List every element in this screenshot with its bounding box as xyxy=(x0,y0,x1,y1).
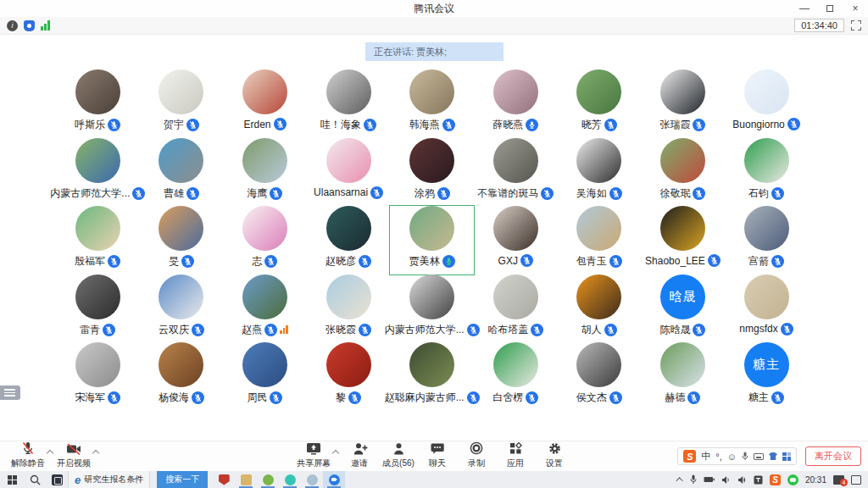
participant-tile[interactable]: 包青玉 xyxy=(558,206,642,274)
participant-tile[interactable]: 雷青 xyxy=(56,274,140,343)
meeting-security-icon[interactable] xyxy=(24,20,35,31)
taskbar-search-button[interactable] xyxy=(24,471,46,488)
start-button[interactable] xyxy=(0,471,24,488)
tray-green-app-icon[interactable] xyxy=(787,474,798,485)
participant-tile[interactable]: 殷福军 xyxy=(56,206,140,274)
participant-tile[interactable]: 张晓霞 xyxy=(307,274,391,343)
participant-tile[interactable]: 内蒙古师范大学... xyxy=(56,138,140,207)
participant-tile[interactable]: Buongiorno xyxy=(725,69,809,138)
participant-tile[interactable]: 晓芳 xyxy=(558,69,642,138)
unmute-button[interactable]: 解除静音 xyxy=(8,444,47,469)
participant-name: 涂鸦 xyxy=(415,186,435,201)
taskbar-app-gray[interactable] xyxy=(301,471,323,488)
participant-tile[interactable]: 赵燕 xyxy=(223,274,307,343)
settings-button[interactable]: 设置 xyxy=(535,444,574,469)
participant-tile[interactable]: 赵聪麻内蒙古师... xyxy=(390,342,474,411)
tray-sogou-icon[interactable]: S xyxy=(770,474,781,485)
taskbar-clock[interactable]: 20:31 xyxy=(805,475,826,485)
participant-tile[interactable]: 杨俊海 xyxy=(140,342,224,411)
participant-tile[interactable]: 涂鸦 xyxy=(390,138,474,207)
leave-meeting-button[interactable]: 离开会议 xyxy=(805,446,861,466)
taskbar-app-folder[interactable] xyxy=(235,471,257,488)
sogou-ime-bar[interactable]: S 中 °, ☺ xyxy=(677,447,797,465)
participant-tile[interactable]: 海鹰 xyxy=(223,138,307,207)
participant-tile[interactable]: 呼斯乐 xyxy=(56,69,140,138)
tray-audio-device-icon[interactable] xyxy=(721,475,731,485)
record-button[interactable]: 录制 xyxy=(457,444,496,469)
chat-button[interactable]: 聊天 xyxy=(418,444,457,469)
fullscreen-icon[interactable] xyxy=(851,20,861,30)
participant-tile[interactable]: Shaobo_LEE xyxy=(641,206,725,274)
participant-tile[interactable]: 旻 xyxy=(140,206,224,274)
taskbar-app-teal[interactable] xyxy=(279,471,301,488)
video-options-chevron[interactable] xyxy=(92,450,99,457)
participant-tile[interactable]: 黎 xyxy=(307,342,391,411)
participant-tile[interactable]: 不靠谱的斑马 xyxy=(474,138,558,207)
participant-avatar xyxy=(576,274,621,319)
tray-volume-icon[interactable] xyxy=(737,475,747,485)
participant-tile[interactable]: 周民 xyxy=(223,342,307,411)
participant-tile[interactable]: 宋海军 xyxy=(56,342,140,411)
participant-avatar xyxy=(493,342,538,387)
participant-tile[interactable]: 侯文杰 xyxy=(558,342,642,411)
network-quality-icon[interactable] xyxy=(41,20,50,30)
participant-tile[interactable]: 张瑞霞 xyxy=(641,69,725,138)
maximize-button[interactable] xyxy=(817,0,843,17)
search-now-button[interactable]: 搜索一下 xyxy=(157,471,208,488)
participant-tile[interactable]: 糖主 糖主 xyxy=(725,342,809,411)
taskbar-app-meeting[interactable] xyxy=(323,471,345,488)
participant-tile[interactable]: 胡人 xyxy=(558,274,642,343)
participant-tile[interactable]: 贾美林 xyxy=(390,206,474,274)
participant-tile[interactable]: GXJ xyxy=(474,206,558,274)
participant-tile[interactable]: 内蒙古师范大学... xyxy=(390,274,474,343)
ime-punctuation-icon[interactable]: °, xyxy=(715,452,721,462)
notifications-icon[interactable]: 4 xyxy=(833,475,844,485)
sogou-logo-icon[interactable]: S xyxy=(683,450,696,463)
participant-tile[interactable]: 韩海燕 xyxy=(390,69,474,138)
unmute-options-chevron[interactable] xyxy=(47,450,53,457)
participant-tile[interactable]: 薛晓燕 xyxy=(474,69,558,138)
tray-battery-icon[interactable] xyxy=(704,476,715,483)
participant-tile[interactable]: Erden xyxy=(223,69,307,138)
invite-button[interactable]: 邀请 xyxy=(340,444,379,469)
participant-tile[interactable]: 白舍楞 xyxy=(474,342,558,411)
action-center-icon[interactable] xyxy=(851,475,861,485)
tray-ime-icon[interactable] xyxy=(754,475,763,485)
pinned-app-dark[interactable] xyxy=(46,471,68,488)
taskbar-app-security[interactable] xyxy=(213,471,235,488)
participant-tile[interactable]: Ulaansarnai xyxy=(307,138,391,207)
ime-skin-icon[interactable] xyxy=(769,452,777,460)
chat-preview-handle[interactable] xyxy=(0,385,20,400)
ime-keyboard-icon[interactable] xyxy=(754,453,764,460)
participant-tile[interactable]: 云双庆 xyxy=(140,274,224,343)
participant-tile[interactable]: 宫箭 xyxy=(725,206,809,274)
share-screen-button[interactable]: 共享屏幕 xyxy=(294,444,333,469)
participant-tile[interactable]: 晗晟 陈晗晟 xyxy=(641,274,725,343)
participant-tile[interactable]: nmgsfdx xyxy=(725,274,809,343)
participant-tile[interactable]: 吴海如 xyxy=(558,138,642,207)
members-button[interactable]: 成员(56) xyxy=(379,444,418,469)
participant-tile[interactable]: 曹雄 xyxy=(140,138,224,207)
start-video-button[interactable]: 开启视频 xyxy=(54,444,93,469)
participant-tile[interactable]: 志 xyxy=(223,206,307,274)
ime-mode-indicator[interactable]: 中 xyxy=(701,450,710,463)
browser-window-button[interactable]: e 研究生报名条件 xyxy=(68,471,150,488)
participant-tile[interactable]: 哇！海象 xyxy=(307,69,391,138)
tray-mic-icon[interactable] xyxy=(690,474,697,485)
participant-tile[interactable]: 赫德 xyxy=(641,342,725,411)
participant-tile[interactable]: 徐敬珉 xyxy=(641,138,725,207)
ime-emoji-icon[interactable]: ☺ xyxy=(727,452,737,462)
ime-mic-icon[interactable] xyxy=(742,452,748,461)
meeting-info-icon[interactable]: i xyxy=(7,20,18,31)
close-button[interactable]: × xyxy=(843,0,868,17)
hidden-icons-chevron[interactable] xyxy=(676,477,682,484)
participant-tile[interactable]: 贺宇 xyxy=(140,69,224,138)
participant-tile[interactable]: 赵晓彦 xyxy=(307,206,391,274)
share-options-chevron[interactable] xyxy=(332,450,339,457)
apps-button[interactable]: 应用 xyxy=(496,444,535,469)
participant-tile[interactable]: 哈布塔盖 xyxy=(474,274,558,343)
minimize-button[interactable]: — xyxy=(792,0,817,17)
taskbar-app-green[interactable] xyxy=(257,471,279,488)
ime-toolbox-icon[interactable] xyxy=(782,452,791,461)
participant-tile[interactable]: 石钧 xyxy=(725,138,809,207)
